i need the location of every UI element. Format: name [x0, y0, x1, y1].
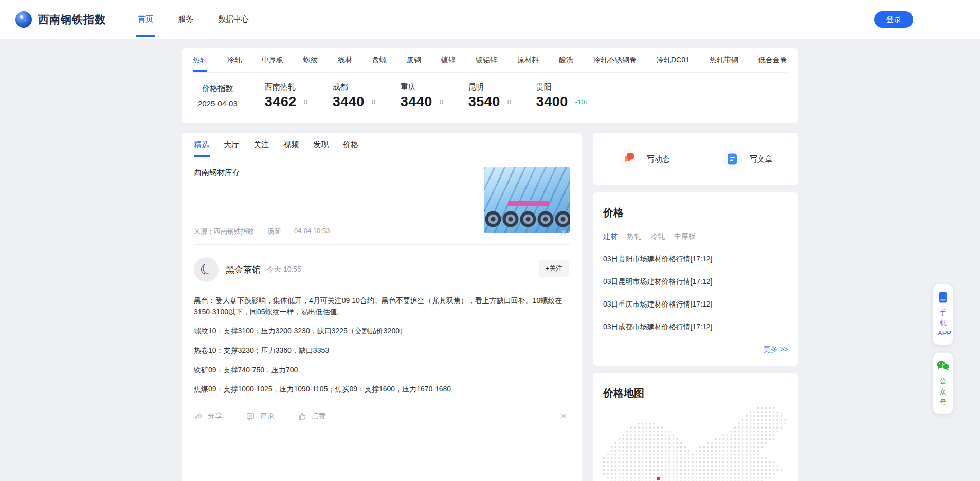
post-header: ☾ 黑金茶馆 今天 10:55 +关注	[194, 257, 570, 282]
share-icon	[194, 412, 203, 421]
like-label: 点赞	[312, 412, 326, 421]
price-index-card: 热轧 冷轧 中厚板 螺纹 线材 盘螺 废钢 镀锌 镀铝锌 原材料 酸洗 冷轧不锈…	[182, 48, 798, 123]
quote-change: 0	[440, 98, 443, 106]
nav-item-data-center[interactable]: 数据中心	[206, 0, 261, 39]
post-body: 黑色：受大盘下跌影响，集体低开，4月可关注09 10合约。黑色不要追空（尤其双焦…	[194, 295, 570, 395]
wechat-official-button[interactable]: 公众号	[933, 353, 953, 413]
price-news-item-chongqing[interactable]: 03日重庆市场建材价格行情[17:12]	[603, 300, 788, 309]
post-item: ☾ 黑金茶馆 今天 10:55 +关注 黑色：受大盘下跌影响，集体低开，4月可关…	[194, 245, 570, 421]
write-article-button[interactable]: 写文章	[696, 149, 798, 169]
brand-logo-icon[interactable]	[15, 11, 32, 28]
post-paragraph: 热卷10：支撑3230；压力3360，缺口3353	[194, 345, 570, 357]
post-time: 今天 10:55	[267, 265, 301, 274]
quote-price: 3462	[265, 94, 297, 110]
nav-item-services[interactable]: 服务	[166, 0, 206, 39]
feed-tab-following[interactable]: 关注	[253, 133, 269, 157]
post-paragraph: 黑色：受大盘下跌影响，集体低开，4月可关注09 10合约。黑色不要追空（尤其双焦…	[194, 295, 570, 317]
category-tab-dc01[interactable]: 冷轧DC01	[657, 48, 689, 72]
quote-city: 重庆	[401, 82, 451, 92]
price-panel-tab-bar: 建材 热轧 冷轧 中厚板	[603, 232, 788, 241]
sidebar: 写动态 写文章 价格 建材 热轧 冷轧 中厚板 03日贵	[593, 133, 798, 481]
price-panel-title: 价格	[603, 206, 788, 220]
article-author: 汤圆	[267, 227, 281, 236]
article-close-icon[interactable]: ✕	[560, 228, 567, 237]
category-tab-raw-materials[interactable]: 原材料	[517, 48, 539, 72]
quote-city: 西南热轧	[265, 82, 315, 92]
crescent-moon-icon: ☾	[198, 261, 214, 278]
follow-button[interactable]: +关注	[539, 260, 569, 277]
category-tab-bar: 热轧 冷轧 中厚板 螺纹 线材 盘螺 废钢 镀锌 镀铝锌 原材料 酸洗 冷轧不锈…	[193, 48, 787, 73]
article-item[interactable]: 西南钢材库存 来源：西南钢铁指数 汤圆 04-04 10:53 ✕	[194, 157, 570, 245]
login-button[interactable]: 登录	[874, 11, 913, 28]
quote-chongqing: 重庆 34400	[383, 82, 451, 110]
quote-southwest-hot-rolled: 西南热轧 34620	[247, 82, 315, 110]
quote-change: 0	[507, 98, 511, 106]
category-tab-plate[interactable]: 中厚板	[262, 48, 283, 72]
category-tab-rebar[interactable]: 螺纹	[303, 48, 318, 72]
quote-city: 贵阳	[536, 82, 587, 92]
article-time: 04-04 10:53	[294, 227, 330, 236]
quote-price: 3440	[401, 94, 432, 110]
write-moment-label: 写动态	[647, 154, 670, 164]
avatar[interactable]: ☾	[194, 257, 219, 282]
category-tab-wire[interactable]: 线材	[338, 48, 352, 72]
feed-tab-featured[interactable]: 精选	[194, 133, 209, 157]
category-tab-galvalume[interactable]: 镀铝锌	[476, 48, 497, 72]
mobile-app-label: 手机APP	[938, 308, 948, 339]
quote-chengdu: 成都 34400	[315, 82, 383, 110]
quote-change-down: -10↓	[575, 98, 588, 106]
price-tab-plate[interactable]: 中厚板	[674, 232, 696, 241]
quote-price: 3540	[468, 94, 500, 110]
category-tab-hot-rolled[interactable]: 热轧	[193, 48, 207, 72]
category-tab-cold-rolled[interactable]: 冷轧	[227, 48, 242, 72]
price-news-list: 03日贵阳市场建材价格行情[17:12] 03日昆明市场建材价格行情[17:12…	[603, 255, 788, 332]
post-author-name[interactable]: 黑金茶馆	[226, 264, 261, 276]
more-link[interactable]: 更多 >>	[603, 345, 788, 357]
feed-tab-video[interactable]: 视频	[283, 133, 299, 157]
share-button[interactable]: 分享	[194, 412, 222, 421]
wechat-official-label: 公众号	[938, 376, 948, 407]
price-index-date: 2025-04-03	[198, 96, 238, 112]
price-map-panel: 价格地图	[593, 373, 798, 481]
price-tab-hot-rolled[interactable]: 热轧	[627, 232, 641, 241]
floating-side-buttons: 手机APP 公众号	[933, 284, 953, 414]
comment-button[interactable]: 评论	[246, 412, 274, 421]
price-news-item-kunming[interactable]: 03日昆明市场建材价格行情[17:12]	[603, 277, 788, 287]
header: 西南钢铁指数 首页 服务 数据中心 登录	[0, 0, 980, 39]
brand-name[interactable]: 西南钢铁指数	[38, 12, 106, 27]
mobile-app-button[interactable]: 手机APP	[933, 284, 953, 345]
category-tab-hr-strip[interactable]: 热轧带钢	[710, 48, 738, 72]
china-dot-map-icon	[603, 407, 797, 481]
nav-item-home[interactable]: 首页	[125, 0, 166, 39]
price-news-item-guiyang[interactable]: 03日贵阳市场建材价格行情[17:12]	[603, 255, 788, 264]
share-label: 分享	[208, 412, 222, 421]
feed-card: 精选 大厅 关注 视频 发现 价格 西南钢材库存 来源：西南钢铁指数 汤圆 04…	[182, 133, 582, 481]
quote-price: 3400	[536, 94, 568, 110]
article-thumbnail[interactable]	[484, 167, 570, 233]
chat-bubble-icon	[619, 149, 640, 169]
mobile-phone-icon	[937, 291, 949, 304]
category-tab-scrap[interactable]: 废钢	[407, 48, 421, 72]
feed-tab-hall[interactable]: 大厅	[224, 133, 239, 157]
feed-tab-discover[interactable]: 发现	[313, 133, 329, 157]
price-map-title: 价格地图	[603, 386, 788, 400]
write-moment-button[interactable]: 写动态	[593, 149, 696, 169]
like-button[interactable]: 点赞	[298, 412, 326, 421]
quote-city: 成都	[333, 82, 383, 92]
post-paragraph: 螺纹10：支撑3100；压力3200-3230，缺口3225（交割品价3200）	[194, 326, 570, 337]
feed-tab-price[interactable]: 价格	[343, 133, 358, 157]
category-tab-pickled[interactable]: 酸洗	[559, 48, 573, 72]
price-index-row: 价格指数 2025-04-03 西南热轧 34620 成都 34400 重庆 3…	[193, 73, 787, 123]
main-content: 热轧 冷轧 中厚板 螺纹 线材 盘螺 废钢 镀锌 镀铝锌 原材料 酸洗 冷轧不锈…	[182, 48, 798, 481]
category-tab-galvanized[interactable]: 镀锌	[441, 48, 456, 72]
price-tab-cold-rolled[interactable]: 冷轧	[650, 232, 665, 241]
category-tab-coil-rebar[interactable]: 盘螺	[372, 48, 387, 72]
post-close-icon[interactable]: ✕	[560, 412, 567, 421]
feed-tab-bar: 精选 大厅 关注 视频 发现 价格	[194, 133, 570, 157]
category-tab-low-alloy-coil[interactable]: 低合金卷	[758, 48, 787, 72]
category-tab-stainless-coil[interactable]: 冷轧不锈钢卷	[593, 48, 637, 72]
price-tab-construction[interactable]: 建材	[603, 232, 618, 241]
price-news-item-chengdu[interactable]: 03日成都市场建材价格行情[17:12]	[603, 323, 788, 332]
comment-icon	[246, 412, 255, 421]
document-icon	[722, 149, 742, 169]
